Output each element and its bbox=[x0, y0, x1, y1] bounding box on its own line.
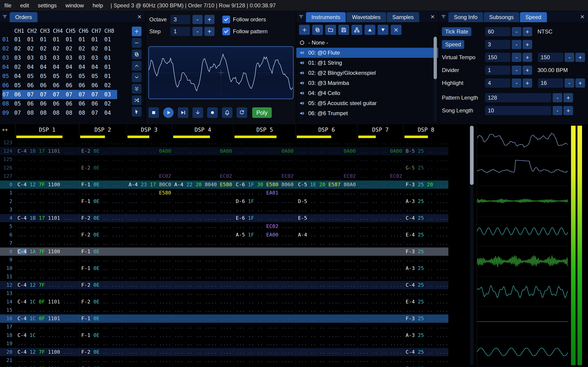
pattern-cell[interactable]: F-1 0E .. .... bbox=[79, 315, 126, 323]
order-cell[interactable]: 02 bbox=[40, 45, 53, 52]
pattern-row[interactable]: 5... .. .. .... ....... .. .. ....... ..… bbox=[0, 222, 448, 231]
order-cell[interactable]: 01 bbox=[53, 36, 66, 43]
virtual-tempo-numerator-decrease-button[interactable]: - bbox=[512, 53, 521, 62]
pattern-cell[interactable]: ... .. .. .... bbox=[357, 264, 403, 273]
pattern-cell[interactable]: ... .. .. .... .... bbox=[172, 139, 233, 147]
order-cell[interactable]: 04 bbox=[66, 64, 78, 70]
pattern-cell[interactable]: ... .. .. EC02 bbox=[126, 172, 172, 181]
order-cell[interactable]: 07 bbox=[27, 91, 40, 98]
pattern-cell[interactable]: ... .. .. .... .... bbox=[172, 231, 233, 239]
pattern-cell[interactable]: ... .. .. .... .... bbox=[296, 239, 357, 248]
instrument-item[interactable]: - None - bbox=[296, 38, 438, 48]
duplicate-order-end-button[interactable] bbox=[132, 84, 141, 94]
channel-header[interactable]: DSP 7 bbox=[357, 124, 403, 135]
move-order-down-button[interactable] bbox=[132, 73, 141, 82]
pattern-cell[interactable]: ... .. .. .... .... bbox=[172, 197, 233, 206]
pattern-cell[interactable]: G-5 25 .. .... bbox=[403, 164, 448, 172]
pattern-cell[interactable]: ... .. .. .... .... bbox=[233, 248, 296, 256]
order-cell[interactable]: 03 bbox=[14, 55, 27, 61]
tab-song-info[interactable]: Song Info bbox=[448, 12, 483, 22]
scrollbar-thumb[interactable] bbox=[434, 37, 437, 79]
pattern-cell[interactable]: ... .. .. .... .... bbox=[15, 340, 79, 348]
order-cell[interactable]: 05 bbox=[27, 73, 40, 79]
instrument-item[interactable]: 02: @2 Blingy/Glockenspiel bbox=[296, 68, 438, 78]
pattern-cell[interactable]: ... .. .. .... bbox=[357, 281, 403, 290]
order-cell[interactable]: 05 bbox=[40, 73, 53, 79]
pattern-row[interactable]: 21... .. .. .... ....... .. .. ....... .… bbox=[0, 356, 448, 365]
pattern-cell[interactable]: ... .. .. .... bbox=[126, 323, 172, 331]
record-button[interactable] bbox=[207, 107, 218, 118]
pattern-cell[interactable]: C-4 1C 0F 1101 .... bbox=[15, 365, 79, 367]
pattern-cell[interactable]: ... .. .. .... .... bbox=[15, 231, 79, 239]
pattern-row[interactable]: 2... .. .. .... ....F-1 0E .. ....... ..… bbox=[0, 197, 448, 206]
pattern-cell[interactable]: ... .. .. .... bbox=[403, 206, 448, 214]
pattern-cell[interactable]: ... .. .. .... bbox=[403, 340, 448, 348]
pattern-cell[interactable]: C-6 1F 30 E580 8060 bbox=[233, 181, 296, 189]
pattern-cell[interactable]: ... .. .. .... 0A00 bbox=[296, 147, 357, 156]
pattern-cell[interactable]: ... .. .. .... .... bbox=[233, 206, 296, 214]
order-cell[interactable]: 06 bbox=[40, 82, 53, 89]
pattern-cell[interactable]: ... .. .. .... bbox=[403, 139, 448, 147]
pattern-cell[interactable]: ... .. .. .... .... bbox=[233, 331, 296, 340]
pattern-cell[interactable]: ... .. .. .... bbox=[126, 306, 172, 315]
pattern-cell[interactable]: ... .. .. .... .... bbox=[172, 206, 233, 214]
pattern-cell[interactable]: E-4 25 .. .... bbox=[403, 298, 448, 306]
order-cell[interactable]: 08 bbox=[78, 110, 91, 116]
pattern-cell[interactable]: ... .. .. .... bbox=[357, 331, 403, 340]
order-cell[interactable]: 06 bbox=[66, 82, 78, 89]
pattern-cell[interactable]: ... .. .. .... bbox=[79, 239, 126, 248]
order-cell[interactable]: 04 bbox=[53, 64, 66, 70]
order-cell[interactable]: 08 bbox=[27, 110, 40, 116]
order-cell[interactable]: 01 bbox=[66, 36, 78, 43]
order-cell[interactable]: 01 bbox=[104, 45, 117, 52]
order-cell[interactable]: 02 bbox=[78, 45, 91, 52]
pattern-cell[interactable]: ... .. .. .... bbox=[357, 214, 403, 223]
speed-increase-button[interactable]: + bbox=[523, 40, 532, 49]
pattern-cell[interactable]: ... .. .. .... .... bbox=[15, 356, 79, 365]
channel-header[interactable]: DSP 1 bbox=[15, 124, 79, 135]
pattern-cell[interactable]: ... .. .. .... bbox=[79, 356, 126, 365]
pattern-cell[interactable]: ... .. .. .... bbox=[357, 256, 403, 264]
pattern-cell[interactable]: ... .. .. .... .... bbox=[233, 164, 296, 172]
order-cell[interactable]: 01 bbox=[27, 36, 40, 43]
order-row[interactable]: 060506060606060602 bbox=[2, 81, 117, 90]
pattern-cell[interactable]: ... .. .. .... .... bbox=[172, 298, 233, 306]
pattern-cell[interactable]: ... .. .. .... bbox=[357, 239, 403, 248]
pattern-cell[interactable]: ... .. .. .... .... bbox=[15, 239, 79, 248]
pattern-cell[interactable]: ... .. .. .... .... bbox=[15, 273, 79, 281]
pattern-cell[interactable]: ... .. .. .... .... bbox=[296, 365, 357, 367]
pattern-cell[interactable]: ... .. .. .... bbox=[126, 214, 172, 223]
pattern-cell[interactable]: F-1 0E .. .... bbox=[79, 331, 126, 340]
pattern-cell[interactable]: ... .. .. .... .... bbox=[296, 298, 357, 306]
order-edit-button[interactable] bbox=[132, 107, 141, 117]
order-cell[interactable]: 04 bbox=[40, 64, 53, 70]
pattern-cell[interactable]: ... .. .. .... bbox=[126, 298, 172, 306]
speed-button[interactable]: Speed bbox=[442, 40, 464, 49]
virtual-tempo-denominator-decrease-button[interactable]: - bbox=[565, 53, 574, 62]
pattern-cell[interactable]: ... .. .. .... .... bbox=[233, 239, 296, 248]
pattern-row[interactable]: 7... .. .. .... ....... .. .. ....... ..… bbox=[0, 239, 448, 248]
pattern-cell[interactable]: ... .. .. .... .... bbox=[15, 256, 79, 264]
pattern-cell[interactable]: ... .. .. .... bbox=[357, 365, 403, 367]
order-row[interactable]: 020202020202020201 bbox=[2, 44, 117, 53]
pattern-length-input[interactable]: 128 bbox=[485, 93, 551, 102]
pattern-cell[interactable]: E-2 0E .. .... bbox=[79, 164, 126, 172]
pattern-cell[interactable]: ... .. .. .... .... bbox=[172, 256, 233, 264]
menu-file[interactable]: file bbox=[0, 0, 16, 11]
pattern-cell[interactable]: ... .. .. .... .... bbox=[172, 239, 233, 248]
duplicate-order-button[interactable] bbox=[132, 50, 141, 59]
pattern-cell[interactable]: ... .. .. .... .... bbox=[233, 281, 296, 290]
order-cell[interactable]: 01 bbox=[104, 73, 117, 79]
pattern-expand-corner[interactable]: ++ bbox=[0, 124, 15, 135]
pattern-cell[interactable]: ... .. .. .... .... bbox=[172, 164, 233, 172]
tab-speed[interactable]: Speed bbox=[520, 12, 547, 22]
pattern-cell[interactable]: ... .. .. .... bbox=[357, 206, 403, 214]
pattern-row[interactable]: 127... .. .. .... ....... .. .. ....... … bbox=[0, 172, 448, 181]
order-cell[interactable]: 06 bbox=[91, 100, 104, 107]
highlight-second-input[interactable]: 16 bbox=[538, 78, 563, 88]
pattern-cell[interactable]: ... .. .. .... bbox=[357, 315, 403, 323]
pattern-cell[interactable]: ... .. .. .... .... bbox=[233, 356, 296, 365]
close-icon[interactable]: × bbox=[427, 13, 438, 21]
order-cell[interactable]: 06 bbox=[40, 100, 53, 107]
pattern-cell[interactable]: ... .. .. .... bbox=[126, 256, 172, 264]
